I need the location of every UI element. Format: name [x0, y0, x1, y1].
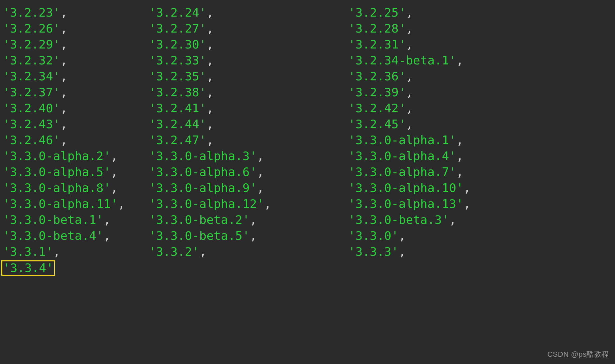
comma: ,	[206, 133, 214, 147]
version-cell: '3.2.41',	[149, 100, 348, 116]
version-cell: '3.2.46',	[3, 132, 149, 148]
comma: ,	[250, 229, 257, 242]
version-string: '3.2.46'	[3, 133, 60, 147]
version-cell: '3.2.31',	[348, 37, 413, 52]
version-row: '3.3.0-alpha.2','3.3.0-alpha.3','3.3.0-a…	[3, 148, 615, 164]
comma: ,	[456, 165, 463, 179]
version-cell: '3.3.0-beta.3',	[348, 212, 456, 228]
comma: ,	[463, 181, 471, 195]
version-row: '3.2.34','3.2.35','3.2.36',	[3, 68, 615, 84]
version-cell: '3.3.0-alpha.6',	[149, 164, 348, 180]
version-string: '3.2.43'	[3, 117, 60, 131]
comma: ,	[206, 53, 214, 67]
version-string: '3.3.0-alpha.3'	[149, 149, 257, 163]
version-cell: '3.3.0-beta.4',	[3, 228, 149, 244]
comma: ,	[463, 197, 471, 211]
version-cell: '3.3.0-alpha.4',	[348, 148, 463, 164]
comma: ,	[264, 197, 271, 211]
version-cell: '3.2.44',	[149, 116, 348, 132]
comma: ,	[60, 133, 67, 147]
watermark-text: CSDN @ps酷教程	[547, 349, 609, 359]
version-cell: '3.2.47',	[149, 132, 348, 148]
comma: ,	[406, 85, 413, 99]
version-row: '3.3.0-alpha.8','3.3.0-alpha.9','3.3.0-a…	[3, 180, 615, 196]
comma: ,	[250, 213, 257, 227]
version-cell: '3.3.0-alpha.3',	[149, 148, 348, 164]
version-cell: '3.2.40',	[3, 100, 149, 116]
version-row: '3.2.29','3.2.30','3.2.31',	[3, 37, 615, 52]
version-row: '3.2.32','3.2.33','3.2.34-beta.1',	[3, 52, 615, 68]
version-string: '3.2.42'	[348, 101, 406, 115]
terminal-output: '3.2.23','3.2.24','3.2.25','3.2.26','3.2…	[0, 0, 615, 276]
version-string: '3.2.25'	[348, 6, 406, 19]
version-cell: '3.2.39',	[348, 84, 413, 100]
comma: ,	[449, 213, 456, 227]
comma: ,	[206, 22, 214, 35]
version-string: '3.2.26'	[3, 22, 60, 35]
comma: ,	[406, 38, 413, 51]
version-cell: '3.3.2',	[149, 244, 348, 260]
version-string: '3.3.0-alpha.4'	[348, 149, 456, 163]
version-row-last: '3.3.4'	[3, 260, 615, 276]
comma: ,	[53, 245, 60, 258]
version-cell: '3.3.0-alpha.9',	[149, 180, 348, 196]
version-cell: '3.2.26',	[3, 21, 149, 37]
comma: ,	[103, 229, 111, 242]
version-string: '3.2.31'	[348, 38, 406, 51]
version-cell: '3.2.33',	[149, 52, 348, 68]
version-cell: '3.2.23',	[3, 5, 149, 21]
version-cell: '3.2.30',	[149, 37, 348, 52]
version-cell: '3.3.0',	[348, 228, 406, 244]
version-string: '3.3.2'	[149, 245, 199, 258]
version-cell: '3.3.0-alpha.12',	[149, 196, 348, 212]
version-cell: '3.3.0-alpha.5',	[3, 164, 149, 180]
version-cell: '3.2.42',	[348, 100, 413, 116]
version-cell: '3.3.0-alpha.13',	[348, 196, 470, 212]
version-row: '3.2.46','3.2.47','3.3.0-alpha.1',	[3, 132, 615, 148]
comma: ,	[60, 22, 67, 35]
version-row: '3.3.0-beta.1','3.3.0-beta.2','3.3.0-bet…	[3, 212, 615, 228]
comma: ,	[118, 197, 125, 211]
version-cell: '3.2.43',	[3, 116, 149, 132]
version-string: '3.3.0-beta.4'	[3, 229, 103, 242]
version-string: '3.2.32'	[3, 53, 60, 67]
version-cell: '3.2.34-beta.1',	[348, 52, 463, 68]
version-cell: '3.2.45',	[348, 116, 413, 132]
version-cell: '3.3.0-alpha.8',	[3, 180, 149, 196]
version-cell: '3.2.28',	[348, 21, 413, 37]
version-string: '3.3.0'	[348, 229, 399, 242]
comma: ,	[111, 165, 118, 179]
highlighted-version: '3.3.4'	[1, 260, 55, 276]
comma: ,	[406, 6, 413, 19]
version-cell: '3.2.34',	[3, 68, 149, 84]
version-string: '3.2.29'	[3, 38, 60, 51]
version-cell: '3.2.27',	[149, 21, 348, 37]
version-cell: '3.2.36',	[348, 68, 413, 84]
version-cell: '3.3.0-beta.5',	[149, 228, 348, 244]
version-string: '3.3.0-alpha.10'	[348, 181, 463, 195]
comma: ,	[206, 6, 214, 19]
version-string: '3.3.0-alpha.9'	[149, 181, 257, 195]
version-string: '3.2.41'	[149, 101, 206, 115]
comma: ,	[406, 69, 413, 83]
version-string: '3.3.0-alpha.13'	[348, 197, 463, 211]
comma: ,	[406, 117, 413, 131]
version-string: '3.2.30'	[149, 38, 206, 51]
comma: ,	[111, 149, 118, 163]
comma: ,	[206, 101, 214, 115]
comma: ,	[199, 245, 207, 258]
version-cell: '3.3.0-alpha.2',	[3, 148, 149, 164]
comma: ,	[111, 181, 118, 195]
version-string: '3.3.1'	[3, 245, 53, 258]
version-row: '3.3.1','3.3.2','3.3.3',	[3, 244, 615, 260]
version-string: '3.2.34-beta.1'	[348, 53, 456, 67]
version-string: '3.3.0-alpha.2'	[3, 149, 111, 163]
comma: ,	[60, 85, 67, 99]
version-row: '3.2.40','3.2.41','3.2.42',	[3, 100, 615, 116]
version-cell: '3.3.0-alpha.11',	[3, 196, 149, 212]
version-cell: '3.2.29',	[3, 37, 149, 52]
comma: ,	[206, 117, 214, 131]
version-string: '3.2.39'	[348, 85, 406, 99]
version-row: '3.3.0-alpha.11','3.3.0-alpha.12','3.3.0…	[3, 196, 615, 212]
version-string: '3.3.0-alpha.11'	[3, 197, 118, 211]
